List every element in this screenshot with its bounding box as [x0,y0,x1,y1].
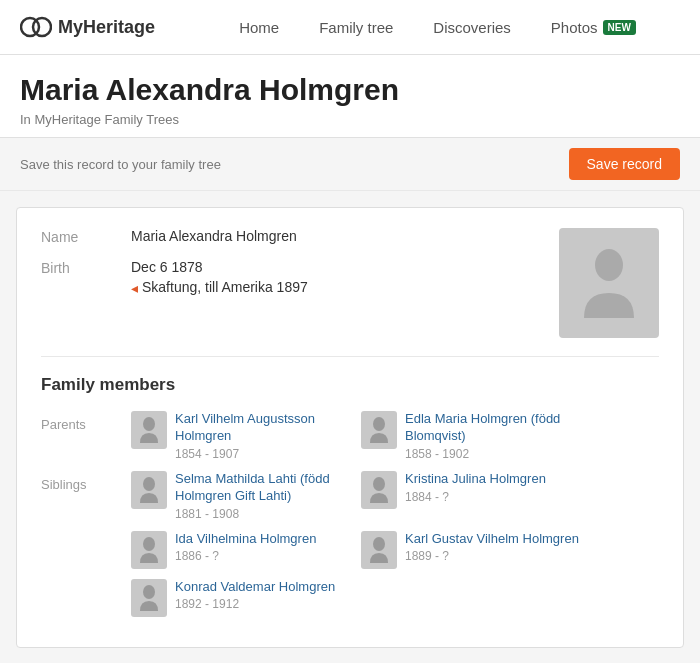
sibling-4[interactable]: Karl Gustav Vilhelm Holmgren 1889 - ? [361,531,581,569]
sibling-2-dates: 1884 - ? [405,490,581,504]
nav-photos-label: Photos [551,19,598,36]
svg-point-6 [373,477,385,491]
parent-1-dates: 1854 - 1907 [175,447,351,461]
sibling-1-dates: 1881 - 1908 [175,507,351,521]
parents-grid: Karl Vilhelm Augustsson Holmgren 1854 - … [131,411,659,461]
logo[interactable]: MyHeritage [20,11,155,43]
sibling-2[interactable]: Kristina Julina Holmgren 1884 - ? [361,471,581,521]
new-badge: NEW [603,20,636,35]
sibling-2-avatar [361,471,397,509]
svg-point-8 [373,537,385,551]
male-silhouette-icon [138,416,160,444]
sibling-3-name: Ida Vilhelmina Holmgren [175,531,351,548]
sibling-5-name: Konrad Valdemar Holmgren [175,579,351,596]
parent-2-avatar [361,411,397,449]
sibling-4-dates: 1889 - ? [405,549,581,563]
family-members-section: Family members Parents Karl Vilhelm Augu… [41,375,659,617]
save-bar: Save this record to your family tree Sav… [0,138,700,191]
sibling-3[interactable]: Ida Vilhelmina Holmgren 1886 - ? [131,531,351,569]
section-divider [41,356,659,357]
location-row: ◂ Skaftung, till Amerika 1897 [131,279,308,296]
sibling-1-silhouette-icon [138,476,160,504]
parents-label: Parents [41,411,131,432]
birth-row: Birth Dec 6 1878 ◂ Skaftung, till Amerik… [41,259,539,296]
sibling-4-info: Karl Gustav Vilhelm Holmgren 1889 - ? [405,531,581,564]
sibling-1[interactable]: Selma Mathilda Lahti (född Holmgren Gift… [131,471,351,521]
sibling-1-name: Selma Mathilda Lahti (född Holmgren Gift… [175,471,351,505]
sibling-5-info: Konrad Valdemar Holmgren 1892 - 1912 [175,579,351,612]
avatar-silhouette-icon [579,243,639,323]
sibling-5-dates: 1892 - 1912 [175,597,351,611]
location-icon: ◂ [131,280,138,296]
birth-date: Dec 6 1878 [131,259,308,275]
record-fields: Name Maria Alexandra Holmgren Birth Dec … [41,228,539,338]
svg-point-5 [143,477,155,491]
name-row: Name Maria Alexandra Holmgren [41,228,539,245]
navbar: MyHeritage Home Family tree Discoveries … [0,0,700,55]
sibling-4-name: Karl Gustav Vilhelm Holmgren [405,531,581,548]
sibling-3-avatar [131,531,167,569]
female-silhouette-icon [368,416,390,444]
record-card: Name Maria Alexandra Holmgren Birth Dec … [16,207,684,648]
parent-2[interactable]: Edla Maria Holmgren (född Blomqvist) 185… [361,411,581,461]
svg-point-4 [373,417,385,431]
parents-row: Parents Karl Vilhelm Augustsson Holmgren… [41,411,659,461]
parent-1[interactable]: Karl Vilhelm Augustsson Holmgren 1854 - … [131,411,351,461]
nav-links: Home Family tree Discoveries Photos NEW [195,19,680,36]
birth-location: Skaftung, till Amerika 1897 [142,279,308,295]
birth-value: Dec 6 1878 ◂ Skaftung, till Amerika 1897 [131,259,308,296]
sibling-3-dates: 1886 - ? [175,549,351,563]
siblings-grid: Selma Mathilda Lahti (född Holmgren Gift… [131,471,659,617]
save-record-button[interactable]: Save record [569,148,680,180]
page-title: Maria Alexandra Holmgren [20,73,680,107]
parent-1-avatar [131,411,167,449]
sibling-1-avatar [131,471,167,509]
sibling-5-silhouette-icon [138,584,160,612]
myheritage-logo-icon [20,11,52,43]
sibling-5[interactable]: Konrad Valdemar Holmgren 1892 - 1912 [131,579,351,617]
record-info-section: Name Maria Alexandra Holmgren Birth Dec … [41,228,659,338]
page-header: Maria Alexandra Holmgren In MyHeritage F… [0,55,700,138]
family-members-title: Family members [41,375,659,395]
svg-point-3 [143,417,155,431]
siblings-label: Siblings [41,471,131,492]
parent-1-info: Karl Vilhelm Augustsson Holmgren 1854 - … [175,411,351,461]
nav-discoveries[interactable]: Discoveries [433,19,511,36]
svg-point-9 [143,585,155,599]
svg-point-1 [33,18,51,36]
parent-2-info: Edla Maria Holmgren (född Blomqvist) 185… [405,411,581,461]
nav-family-tree[interactable]: Family tree [319,19,393,36]
nav-photos[interactable]: Photos NEW [551,19,636,36]
sibling-2-name: Kristina Julina Holmgren [405,471,581,488]
name-label: Name [41,228,131,245]
svg-point-7 [143,537,155,551]
birth-label: Birth [41,259,131,276]
sibling-2-silhouette-icon [368,476,390,504]
svg-point-2 [595,249,623,281]
name-value: Maria Alexandra Holmgren [131,228,297,244]
sibling-1-info: Selma Mathilda Lahti (född Holmgren Gift… [175,471,351,521]
sibling-4-avatar [361,531,397,569]
page-subtitle: In MyHeritage Family Trees [20,112,680,127]
sibling-2-info: Kristina Julina Holmgren 1884 - ? [405,471,581,504]
person-avatar [559,228,659,338]
sibling-5-avatar [131,579,167,617]
siblings-row: Siblings Selma Mathilda Lahti (född Holm… [41,471,659,617]
parent-1-name: Karl Vilhelm Augustsson Holmgren [175,411,351,445]
parent-2-dates: 1858 - 1902 [405,447,581,461]
sibling-3-silhouette-icon [138,536,160,564]
parent-2-name: Edla Maria Holmgren (född Blomqvist) [405,411,581,445]
logo-text: MyHeritage [58,17,155,38]
save-bar-text: Save this record to your family tree [20,157,221,172]
sibling-4-silhouette-icon [368,536,390,564]
nav-home[interactable]: Home [239,19,279,36]
sibling-3-info: Ida Vilhelmina Holmgren 1886 - ? [175,531,351,564]
